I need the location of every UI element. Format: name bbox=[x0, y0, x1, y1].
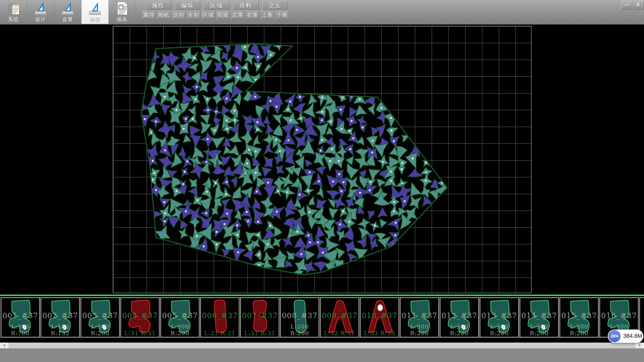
part-thumbnail-004_#37[interactable]: 004_#37L:31 R:31 bbox=[120, 297, 160, 338]
tool-button-7[interactable]: 左靠 bbox=[231, 10, 245, 20]
toolbar-item-label: 排版 bbox=[90, 16, 100, 23]
part-thumbnail-003_#37[interactable]: 003_#37L:200 R:200 bbox=[80, 297, 120, 338]
menu-tab-3[interactable]: 区域 bbox=[204, 1, 229, 10]
menu-tab-5[interactable]: 交互 bbox=[262, 1, 288, 10]
scroll-right-arrow-icon[interactable]: › bbox=[635, 343, 644, 348]
nesting-application-window: 系统设计设置排版报表 属性编辑区域排料交互 聚排相机选割全割区域瑕疵左靠右靠上靠… bbox=[0, 0, 644, 362]
part-thumbnail-015_#37[interactable]: 015_#37L:200 R:200 bbox=[559, 297, 599, 338]
part-shape-icon bbox=[281, 298, 319, 337]
part-shape-icon bbox=[121, 298, 159, 337]
toolbar-item-3[interactable]: 设置 bbox=[54, 0, 82, 24]
nesting-canvas-svg[interactable] bbox=[0, 24, 644, 295]
progress-percent-badge: 38% bbox=[608, 330, 621, 342]
part-thumbnail-009_#37[interactable]: 009_#37L:32 R:31 bbox=[320, 297, 359, 338]
part-thumbnail-007_#37[interactable]: 007_#37L:31 R:31 bbox=[240, 297, 279, 338]
tool-button-row: 聚排相机选割全割区域瑕疵左靠右靠上靠下靠 bbox=[142, 10, 289, 20]
nesting-ruler-icon bbox=[87, 1, 103, 16]
progress-badge[interactable]: 38% 384.8M bbox=[608, 329, 643, 343]
part-shape-icon bbox=[81, 298, 119, 337]
progress-size-label: 384.8M bbox=[623, 329, 642, 343]
part-shape-icon bbox=[560, 298, 598, 337]
nesting-canvas[interactable] bbox=[0, 24, 644, 295]
tool-button-6[interactable]: 瑕疵 bbox=[216, 10, 230, 20]
system-gear-icon bbox=[6, 1, 21, 16]
tool-button-10[interactable]: 下靠 bbox=[275, 10, 289, 20]
part-thumbnail-011_#37[interactable]: 011_#37L:200 R:200 bbox=[400, 297, 439, 338]
report-doc-icon bbox=[114, 1, 130, 16]
part-shape-icon bbox=[480, 298, 518, 337]
part-shape-icon bbox=[321, 298, 359, 337]
tool-button-4[interactable]: 全割 bbox=[186, 10, 201, 20]
menu-tab-row: 属性编辑区域排料交互 bbox=[146, 1, 288, 10]
close-button[interactable]: × bbox=[633, 1, 644, 10]
toolbar-item-label: 系统 bbox=[8, 16, 19, 23]
tool-button-5[interactable]: 区域 bbox=[201, 10, 215, 20]
menu-tab-1[interactable]: 属性 bbox=[146, 1, 171, 10]
part-thumbnail-010_#37[interactable]: 010_#37L:33 R:33 bbox=[360, 297, 399, 338]
toolbar-item-5[interactable]: 报表 bbox=[109, 0, 136, 24]
part-shape-icon bbox=[241, 298, 279, 337]
settings-ruler-icon bbox=[60, 1, 75, 16]
toolbar-item-label: 设置 bbox=[62, 16, 73, 23]
part-shape-icon bbox=[440, 298, 478, 337]
part-thumbnail-014_#37[interactable]: 014_#37L:200 R:200 bbox=[520, 297, 559, 338]
part-thumbnail-001_#37[interactable]: 001_#37L:700 R:700 bbox=[1, 297, 40, 338]
toolbar-item-label: 设计 bbox=[35, 16, 46, 23]
tool-button-8[interactable]: 右靠 bbox=[246, 10, 260, 20]
part-thumbnail-006_#37[interactable]: 006_#37L:21 R:21 bbox=[200, 297, 239, 338]
part-thumbnail-002_#37[interactable]: 002_#37L:132 R:132 bbox=[41, 297, 80, 338]
toolbar-item-4[interactable]: 排版 bbox=[82, 0, 109, 24]
part-shape-icon bbox=[400, 298, 438, 337]
part-shape-icon bbox=[361, 298, 398, 337]
minimize-button[interactable]: — bbox=[621, 1, 633, 10]
tool-button-9[interactable]: 上靠 bbox=[260, 10, 274, 20]
part-shape-icon bbox=[1, 298, 39, 337]
tool-button-2[interactable]: 相机 bbox=[157, 10, 171, 20]
design-ruler-icon bbox=[33, 1, 48, 16]
toolbar-item-2[interactable]: 设计 bbox=[27, 0, 54, 24]
part-thumbnail-005_#37[interactable]: 005_#37L:200 R:200 bbox=[160, 297, 200, 338]
part-thumbnail-013_#37[interactable]: 013_#37L:200 R:200 bbox=[480, 297, 519, 338]
horizontal-scrollbar[interactable]: ‹ › bbox=[0, 343, 644, 348]
parts-thumbnail-strip: 001_#37L:700 R:700002_#37L:132 R:132003_… bbox=[0, 295, 644, 338]
status-bar bbox=[0, 348, 644, 362]
tool-button-1[interactable]: 聚排 bbox=[142, 10, 156, 20]
menu-tab-4[interactable]: 排料 bbox=[233, 1, 259, 10]
tool-button-3[interactable]: 选割 bbox=[172, 10, 186, 20]
scroll-left-arrow-icon[interactable]: ‹ bbox=[0, 343, 9, 348]
part-shape-icon bbox=[520, 298, 558, 337]
toolbar-item-1[interactable]: 系统 bbox=[0, 0, 27, 24]
parts-thumbnail-cells: 001_#37L:700 R:700002_#37L:132 R:132003_… bbox=[1, 297, 644, 338]
part-thumbnail-008_#37[interactable]: 008_#37L:200 R:200 bbox=[280, 297, 319, 338]
part-thumbnail-012_#37[interactable]: 012_#37L:200 R:200 bbox=[440, 297, 479, 338]
part-shape-icon bbox=[161, 298, 199, 337]
main-toolbar: 系统设计设置排版报表 bbox=[0, 0, 136, 24]
toolbar-item-label: 报表 bbox=[117, 16, 127, 23]
part-shape-icon bbox=[41, 298, 79, 337]
part-shape-icon bbox=[201, 298, 239, 337]
title-toolbar-band: 系统设计设置排版报表 属性编辑区域排料交互 聚排相机选割全割区域瑕疵左靠右靠上靠… bbox=[0, 0, 644, 24]
menu-tab-2[interactable]: 编辑 bbox=[175, 1, 200, 10]
